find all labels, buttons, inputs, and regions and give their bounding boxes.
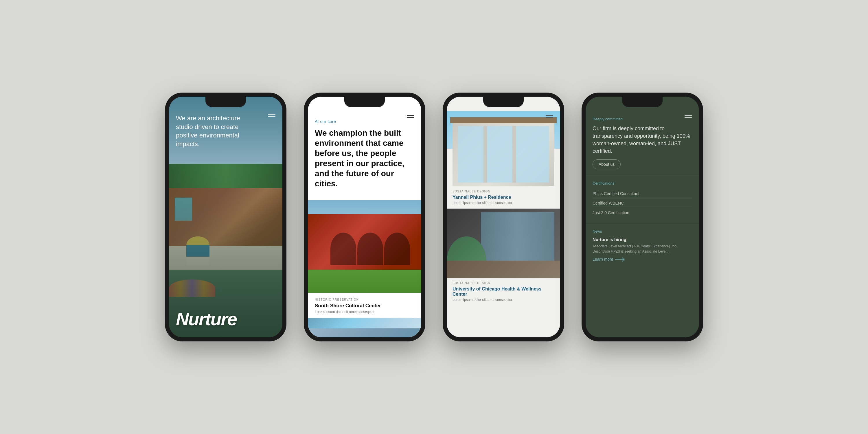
project-3-2-desc: Lorem ipsum dolor sit amet conseqctor	[453, 298, 554, 302]
phone-1-header: We are an architecture studio driven to …	[176, 114, 275, 148]
phone-2-building2-image	[308, 318, 421, 337]
phone-3-screen: SUSTAINABLE DESIGN Yannell Phius + Resid…	[447, 97, 560, 337]
learn-more-link[interactable]: Learn more	[593, 257, 692, 261]
phone-1-screen: We are an architecture studio driven to …	[169, 97, 282, 337]
hamburger-line-2b	[407, 117, 414, 118]
phone-4-inner: Deeply committed Our firm is deeply comm…	[586, 97, 699, 337]
project-3-1-title: Yannell Phius + Residence	[453, 195, 554, 200]
phone-1: We are an architecture studio driven to …	[165, 93, 286, 341]
phone-2-headline: We champion the built environment that c…	[315, 128, 414, 189]
phone-2-screen: At our core We champion the built enviro…	[308, 97, 421, 337]
at-our-core-label: At our core	[315, 119, 414, 124]
hamburger-menu-4[interactable]	[685, 115, 692, 119]
hamburger-line-3a	[546, 115, 553, 116]
phone-3-bottom-image	[447, 209, 560, 278]
nurture-logo: Nurture	[176, 309, 237, 329]
phones-container: We are an architecture studio driven to …	[165, 93, 703, 341]
learn-more-text: Learn more	[593, 257, 613, 261]
p3-path	[447, 261, 560, 278]
hamburger-line-4a	[685, 115, 692, 116]
p2-b2-structure	[308, 329, 421, 337]
project-2-desc: Lorem ipsum dolor sit amet conseqctor	[315, 310, 414, 314]
hamburger-line-4b	[685, 117, 692, 118]
phone-2-inner: At our core We champion the built enviro…	[308, 97, 421, 337]
arch-2	[357, 232, 383, 265]
arch-3	[384, 232, 410, 265]
phone-2-building-image	[308, 200, 421, 293]
hamburger-menu-1[interactable]	[268, 114, 275, 117]
p2-arches	[331, 232, 410, 265]
phone-3-project1: SUSTAINABLE DESIGN Yannell Phius + Resid…	[447, 186, 560, 209]
project-2-category: HISTORIC PRESERVATION	[315, 298, 414, 301]
notch-4	[622, 97, 662, 107]
hamburger-menu-2[interactable]	[407, 115, 414, 119]
hamburger-line-1	[268, 114, 275, 115]
hamburger-line-3b	[546, 117, 553, 118]
news-label: News	[593, 229, 692, 234]
phone-4-certifications-section: Certifications Phius Certified Consultan…	[586, 175, 699, 223]
project-2-title: South Shore Cultural Center	[315, 303, 414, 309]
notch-2	[344, 97, 385, 107]
notch-1	[206, 97, 246, 107]
notch-3	[483, 97, 524, 107]
phone-4: Deeply committed Our firm is deeply comm…	[582, 93, 703, 341]
phone-1-inner: We are an architecture studio driven to …	[169, 97, 282, 337]
phone-2-project-info: HISTORIC PRESERVATION South Shore Cultur…	[308, 293, 421, 317]
p3-glass-wall	[481, 212, 555, 264]
project-3-2-title: University of Chicago Health & Wellness …	[453, 286, 554, 297]
hiring-desc: Associate Level Architect (7-10 Years' E…	[593, 244, 692, 254]
project-3-1-desc: Lorem ipsum dolor sit amet conseqctor	[453, 201, 554, 205]
phone-3-top-image	[447, 111, 560, 186]
phone-2: At our core We champion the built enviro…	[304, 93, 425, 341]
project-3-1-category: SUSTAINABLE DESIGN	[453, 190, 554, 193]
phone-3: SUSTAINABLE DESIGN Yannell Phius + Resid…	[443, 93, 564, 341]
cert-item-2: Certified WBENC	[593, 198, 692, 208]
hamburger-line-2	[268, 116, 275, 117]
phone-2-content: At our core We champion the built enviro…	[308, 111, 421, 200]
committed-label: Deeply committed	[593, 117, 692, 121]
p3-windows	[458, 126, 549, 183]
cert-item-3: Just 2.0 Certification	[593, 208, 692, 217]
about-us-button[interactable]: About us	[593, 159, 621, 169]
certifications-label: Certifications	[593, 181, 692, 185]
phone-4-screen: Deeply committed Our firm is deeply comm…	[586, 97, 699, 337]
committed-text: Our firm is deeply committed to transpar…	[593, 125, 692, 155]
hamburger-line-2a	[407, 115, 414, 116]
phone-3-project2: SUSTAINABLE DESIGN University of Chicago…	[447, 278, 560, 305]
hiring-title: Nurture is hiring	[593, 237, 692, 242]
phone-4-committed-section: Deeply committed Our firm is deeply comm…	[586, 111, 699, 175]
phone-3-inner: SUSTAINABLE DESIGN Yannell Phius + Resid…	[447, 97, 560, 337]
arch-1	[331, 232, 356, 265]
hamburger-menu-3[interactable]	[546, 115, 553, 119]
project-3-2-category: SUSTAINABLE DESIGN	[453, 281, 554, 285]
learn-more-arrow-icon	[615, 259, 624, 259]
cert-item-1: Phius Certified Consultant	[593, 189, 692, 198]
p3-roof	[450, 117, 557, 123]
phone-1-headline: We are an architecture studio driven to …	[176, 114, 245, 148]
phone-4-news-section: News Nurture is hiring Associate Level A…	[586, 223, 699, 267]
